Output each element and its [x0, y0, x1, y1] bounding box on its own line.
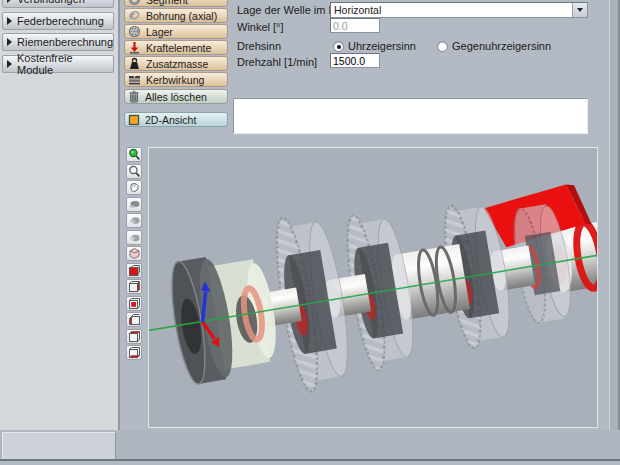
button-label: Kerbwirkung: [146, 74, 204, 86]
sidebar-item-label: Verbindungen: [17, 0, 85, 5]
cube-top-icon: [128, 330, 141, 343]
cube-bottom-icon: [128, 346, 141, 359]
view-right-tool[interactable]: [126, 279, 142, 294]
chevron-right-icon: [7, 60, 12, 68]
bore-icon: [128, 9, 141, 22]
rotation-direction-label: Drehsinn: [237, 40, 281, 52]
kraftelemente-button[interactable]: Kraftelemente: [124, 40, 228, 55]
info-box: [233, 98, 588, 134]
lager-button[interactable]: Lager: [124, 24, 228, 39]
shaft-orientation-select[interactable]: Horizontal: [330, 2, 588, 18]
cube-right-icon: [128, 280, 141, 293]
sidebar-item-verbindungen[interactable]: Verbindungen: [2, 0, 114, 8]
status-box: [2, 432, 116, 460]
right-margin-strip: [610, 0, 620, 460]
mass-weight-icon: [128, 57, 141, 70]
chevron-right-icon: [7, 0, 12, 3]
force-arrow-icon: [128, 41, 141, 54]
sidebar-item-federberechnung[interactable]: Federberechnung: [2, 12, 114, 30]
model-3d-viewport[interactable]: [148, 147, 598, 428]
segment-button[interactable]: Segment: [124, 0, 228, 7]
angle-label: Winkel [°]: [237, 21, 284, 33]
view-front-tool[interactable]: [126, 263, 142, 278]
module-sidebar: Verbindungen Federberechnung Riemenberec…: [0, 0, 120, 460]
speed-input[interactable]: [330, 53, 380, 68]
radio-counterclockwise-label: Gegenuhrzeigersinn: [452, 40, 551, 52]
kerbwirkung-button[interactable]: Kerbwirkung: [124, 72, 228, 87]
sidebar-item-label: Kostenfreie Module: [17, 52, 109, 76]
view-bottom-tool[interactable]: [126, 345, 142, 360]
pan-tool-3[interactable]: [126, 230, 142, 245]
button-label: Kraftelemente: [146, 42, 211, 54]
2d-view-icon: [128, 114, 140, 126]
button-label: Bohrung (axial): [146, 10, 217, 22]
zusatzmasse-button[interactable]: Zusatzmasse: [124, 56, 228, 71]
chevron-right-icon: [7, 17, 12, 25]
radio-counterclockwise[interactable]: [437, 41, 448, 52]
speed-label: Drehzahl [1/min]: [237, 56, 317, 68]
button-label: Segment: [146, 0, 188, 6]
dropdown-arrow-button[interactable]: [572, 3, 587, 17]
selected-option: Horizontal: [331, 4, 572, 16]
pan-icon: [128, 214, 141, 227]
pan-icon: [128, 231, 141, 244]
zoom-window-tool[interactable]: [126, 164, 142, 179]
radio-clockwise-label: Uhrzeigersinn: [348, 40, 416, 52]
cube-front-icon: [128, 264, 141, 277]
pan-icon: [128, 198, 141, 211]
button-label: Lager: [146, 26, 173, 38]
rotate-hand-tool[interactable]: [126, 180, 142, 195]
zoom-in-icon: [128, 148, 141, 161]
chevron-right-icon: [7, 38, 12, 46]
view-left-tool[interactable]: [126, 312, 142, 327]
chevron-down-icon: [577, 8, 583, 12]
hand-icon: [128, 181, 141, 194]
trash-icon: [128, 90, 140, 103]
sidebar-item-riemenberechnung[interactable]: Riemenberechnung: [2, 33, 114, 51]
iso-cube-icon: [128, 247, 141, 260]
angle-input[interactable]: [330, 18, 380, 33]
magnifier-icon: [128, 165, 141, 178]
clear-all-button[interactable]: Alles löschen: [124, 89, 228, 104]
view-back-tool[interactable]: [126, 296, 142, 311]
cube-left-icon: [128, 313, 141, 326]
notch-icon: [128, 73, 141, 86]
bohrung-axial-button[interactable]: Bohrung (axial): [124, 8, 228, 23]
button-label: 2D-Ansicht: [145, 114, 196, 126]
iso-view-tool[interactable]: [126, 246, 142, 261]
bearing-icon: [128, 25, 141, 38]
window-bottom-strip: [0, 461, 620, 465]
zoom-in-tool[interactable]: [126, 147, 142, 162]
status-bar: [0, 430, 620, 460]
sidebar-item-kostenfreie-module[interactable]: Kostenfreie Module: [2, 55, 114, 73]
pan-tool-1[interactable]: [126, 197, 142, 212]
pan-tool-2[interactable]: [126, 213, 142, 228]
button-label: Alles löschen: [145, 91, 207, 103]
radio-clockwise[interactable]: [333, 41, 344, 52]
button-label: Zusatzmasse: [146, 58, 208, 70]
view-top-tool[interactable]: [126, 329, 142, 344]
shaft-3d-model: [149, 148, 597, 427]
segment-icon: [128, 0, 141, 6]
view-2d-button[interactable]: 2D-Ansicht: [124, 112, 228, 127]
sidebar-item-label: Federberechnung: [17, 15, 104, 27]
sidebar-item-label: Riemenberechnung: [17, 36, 113, 48]
cube-back-icon: [128, 297, 141, 310]
